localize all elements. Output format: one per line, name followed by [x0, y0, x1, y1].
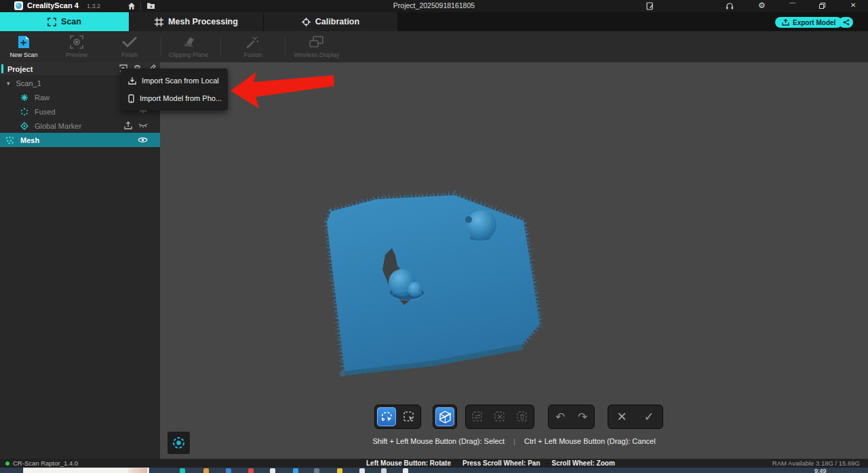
tab-scan-label: Scan	[61, 17, 81, 26]
tab-scan[interactable]: Scan	[0, 12, 129, 31]
confirm-selection-button[interactable]: ✓	[639, 407, 658, 426]
clipping-plane-label: Clipping Plane	[155, 52, 222, 58]
taskbar-app-icon[interactable]	[203, 468, 209, 473]
close-icon[interactable]: ✕	[850, 1, 856, 9]
calibration-target-icon	[302, 18, 311, 26]
undo-button[interactable]: ↶	[551, 407, 570, 426]
clipping-plane-icon	[155, 34, 222, 50]
recenter-view-button[interactable]	[167, 432, 190, 454]
redo-button[interactable]: ↷	[573, 407, 592, 426]
clipping-plane-button[interactable]: Clipping Plane	[155, 34, 222, 58]
select-through-group	[433, 405, 457, 429]
minimize-icon[interactable]: —	[789, 0, 795, 6]
share-button[interactable]	[839, 17, 853, 28]
tree-item-global-marker[interactable]: Global Marker	[0, 119, 160, 133]
mesh-icon	[5, 136, 14, 144]
global-marker-icon	[20, 122, 28, 130]
support-headset-icon[interactable]	[726, 2, 734, 10]
taskbar-photo-thumbnail[interactable]	[23, 468, 149, 473]
fusion-button[interactable]: Fusion	[219, 34, 287, 58]
tree-item-raw-label: Raw	[35, 94, 50, 102]
cut-through-cube-icon	[439, 411, 452, 424]
fusion-wand-icon	[219, 34, 287, 50]
taskbar-app-icon[interactable]	[337, 468, 342, 473]
taskbar-app-icon[interactable]	[248, 468, 254, 473]
visibility-off-icon[interactable]	[138, 122, 148, 129]
mesh-small-sphere	[408, 282, 422, 297]
maximize-restore-icon[interactable]	[819, 3, 825, 9]
tab-calibration[interactable]: Calibration	[263, 12, 397, 31]
share-icon	[843, 19, 850, 26]
finish-button[interactable]: Finish	[96, 34, 163, 58]
taskbar-app-icon[interactable]	[270, 468, 275, 473]
rectangle-select-button[interactable]	[399, 407, 418, 426]
tab-calibration-label: Calibration	[315, 17, 359, 26]
hint-pan: Press Scroll Wheel: Pan	[462, 459, 540, 467]
selection-edit-group	[465, 405, 534, 429]
download-icon	[128, 77, 136, 85]
wireless-display-icon	[283, 34, 351, 50]
taskbar-app-icon[interactable]	[180, 468, 185, 473]
taskbar-app-icon[interactable]	[293, 468, 298, 473]
project-panel-title: Project	[7, 65, 33, 73]
export-model-button[interactable]: Export Model	[775, 17, 842, 28]
hint-cancel: Ctrl + Left Mouse Button (Drag): Cancel	[524, 437, 656, 445]
cancel-selection-button[interactable]: ✕	[612, 407, 631, 426]
menu-item-label: Import Scan from Local	[142, 77, 219, 85]
settings-gear-icon[interactable]: ⚙	[758, 1, 766, 10]
tree-item-global-marker-label: Global Marker	[35, 122, 81, 130]
taskbar-app-icon[interactable]	[359, 468, 365, 473]
undo-redo-group: ↶ ↷	[548, 405, 595, 429]
windows-taskbar: 9:49	[0, 468, 868, 473]
export-icon	[782, 19, 789, 26]
delete-selection-button[interactable]	[513, 407, 532, 426]
tree-item-mesh[interactable]: Mesh	[0, 133, 160, 147]
feedback-icon[interactable]	[646, 2, 654, 10]
taskbar-app-icon[interactable]	[381, 468, 387, 473]
mesh-topright-sphere	[467, 210, 496, 240]
scanned-mesh-3d-view[interactable]	[312, 190, 556, 393]
phone-icon	[128, 94, 134, 103]
confirm-cancel-group: ✕ ✓	[608, 405, 663, 429]
hint-zoom: Scroll Wheel: Zoom	[552, 459, 615, 467]
menu-item-label: Import Model from Pho...	[140, 94, 222, 102]
menu-item-import-model-phone[interactable]: Import Model from Pho...	[121, 89, 228, 107]
lasso-select-button[interactable]	[377, 407, 396, 426]
status-bar: CR-Scan Raptor_1.4.0 Left Mouse Button: …	[0, 459, 868, 468]
taskbar-app-icon[interactable]	[226, 468, 231, 473]
deselect-button[interactable]	[490, 407, 509, 426]
caret-down-icon[interactable]: ▾	[7, 80, 10, 87]
finish-label: Finish	[96, 52, 163, 58]
upload-icon[interactable]	[124, 121, 132, 129]
invert-selection-button[interactable]	[468, 407, 487, 426]
raw-data-icon	[20, 94, 28, 102]
main-tab-bar: Scan Mesh Processing Calibration	[0, 12, 868, 31]
finish-check-icon	[96, 34, 163, 50]
tab-mesh-processing[interactable]: Mesh Processing	[129, 12, 263, 31]
tree-item-scan1-label: Scan_1	[16, 79, 41, 87]
tree-item-mesh-label: Mesh	[20, 136, 39, 144]
tab-mesh-label: Mesh Processing	[168, 17, 238, 26]
scan-frame-icon	[47, 18, 56, 26]
wireless-display-label: Wireless Display	[283, 52, 351, 58]
fused-cloud-icon	[20, 108, 28, 116]
mouse-hints: Left Mouse Button: Rotate Press Scroll W…	[366, 459, 615, 467]
device-connected-dot	[5, 461, 9, 466]
menu-item-import-scan-local[interactable]: Import Scan from Local	[121, 72, 228, 89]
export-model-label: Export Model	[793, 19, 835, 26]
taskbar-app-icon[interactable]	[314, 468, 319, 473]
select-mode-group	[374, 405, 421, 429]
taskbar-app-icon[interactable]	[403, 468, 408, 473]
import-context-menu: Import Scan from Local Import Model from…	[121, 68, 228, 110]
hint-rotate: Left Mouse Button: Rotate	[366, 459, 451, 467]
wireless-display-button[interactable]: Wireless Display	[283, 34, 351, 58]
tree-item-fused-label: Fused	[35, 108, 56, 116]
hint-divider: |	[513, 437, 515, 445]
visibility-on-icon[interactable]	[138, 136, 148, 144]
title-bar: CrealityScan 4 1.3.2 Project_20250918161…	[0, 0, 868, 12]
mesh-mat	[327, 195, 540, 371]
ram-available: RAM Available 3.18G / 15.69G	[772, 459, 860, 467]
fusion-label: Fusion	[219, 52, 287, 58]
invert-selection-icon	[471, 411, 484, 423]
select-through-cube-button[interactable]	[435, 407, 454, 426]
